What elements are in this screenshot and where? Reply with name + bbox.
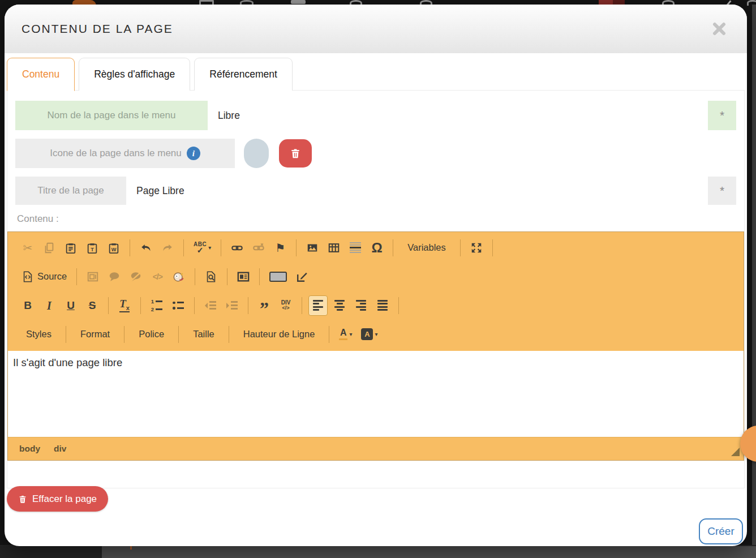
background-bottom-bar <box>0 545 756 558</box>
tab-referencement[interactable]: Référencement <box>194 58 293 91</box>
modal-title: CONTENU DE LA PAGE <box>22 22 173 36</box>
text-color-icon: A <box>339 328 347 341</box>
edit-box-button[interactable] <box>293 267 312 287</box>
bottom-bar-segment <box>0 546 102 558</box>
underline-button[interactable]: U <box>61 295 80 316</box>
monkey-plugin-icon <box>173 271 185 283</box>
table-button[interactable] <box>324 238 343 258</box>
create-button[interactable]: Créer <box>699 518 743 544</box>
toolbar-row: StylesFormatPoliceTailleHauteur de Ligne… <box>8 320 744 349</box>
size-dropdown-label: Taille <box>193 329 214 340</box>
preview-button[interactable] <box>201 267 221 287</box>
cut-button[interactable]: ✂ <box>18 238 37 258</box>
icon-preview-placeholder[interactable] <box>244 139 269 168</box>
bg-color-icon: A <box>361 328 373 340</box>
title-field-label: Titre de la page <box>15 177 126 205</box>
variables-button[interactable]: Variables <box>400 238 454 258</box>
unlink-icon <box>252 242 265 254</box>
strikethrough-button[interactable]: S <box>83 295 102 316</box>
hide-comments-button[interactable] <box>126 267 145 287</box>
italic-icon: I <box>47 300 51 311</box>
paste-word-icon: W <box>108 242 120 254</box>
delete-page-button[interactable]: Effacer la page <box>7 486 108 512</box>
styles-dropdown-button[interactable]: Styles <box>18 324 59 345</box>
remove-format-button[interactable]: Tx <box>115 295 134 316</box>
paste-word-button[interactable]: W <box>104 238 123 258</box>
close-button[interactable] <box>708 18 730 40</box>
ordered-list-button[interactable]: 12 <box>147 295 166 316</box>
toolbar-separator <box>229 326 229 343</box>
title-input[interactable] <box>126 177 708 205</box>
paste-button[interactable] <box>61 238 80 258</box>
blockquote-button[interactable]: ” <box>255 295 274 316</box>
blockquote-icon: ” <box>260 300 269 311</box>
comment-button[interactable] <box>105 267 124 287</box>
remove-format-icon: Tx <box>119 298 130 312</box>
copy-button[interactable] <box>40 238 59 258</box>
div-container-button[interactable]: DIV</> <box>276 295 295 316</box>
toolbar-separator <box>124 326 124 343</box>
tab-regles-affichage[interactable]: Règles d'affichage <box>79 58 190 91</box>
align-justify-button[interactable] <box>373 295 392 316</box>
form-button-icon <box>269 272 287 282</box>
delete-icon-button[interactable] <box>279 139 312 168</box>
bg-color-button[interactable]: A▾ <box>358 324 381 345</box>
editor-statusbar: bodydiv <box>8 437 744 460</box>
align-left-button[interactable] <box>308 295 328 316</box>
field-row-name: Nom de la page dans le menu * <box>15 101 736 130</box>
paste-text-button[interactable]: T <box>83 238 102 258</box>
required-asterisk: * <box>708 177 736 205</box>
bold-icon: B <box>24 300 32 311</box>
align-center-button[interactable] <box>330 295 349 316</box>
spellcheck-button[interactable]: ABC✓▾ <box>190 238 214 258</box>
bullet-list-button[interactable] <box>169 295 188 316</box>
form-button-button[interactable] <box>266 267 290 287</box>
element-path: bodydiv <box>19 444 80 454</box>
outdent-button[interactable] <box>201 295 220 316</box>
monkey-plugin-button[interactable] <box>169 267 188 287</box>
link-button[interactable] <box>227 238 247 258</box>
redo-icon <box>161 242 174 254</box>
format-dropdown-button[interactable]: Format <box>72 324 118 345</box>
resize-handle-icon[interactable] <box>731 448 740 456</box>
align-justify-icon <box>377 300 388 311</box>
font-dropdown-button[interactable]: Police <box>131 324 172 345</box>
align-right-button[interactable] <box>351 295 371 316</box>
background-edge <box>752 5 756 546</box>
line-height-dropdown-button[interactable]: Hauteur de Ligne <box>235 324 323 345</box>
toolbar-separator <box>66 326 66 343</box>
indent-button[interactable] <box>222 295 242 316</box>
font-dropdown-label: Police <box>139 329 164 340</box>
tab-contenu[interactable]: Contenu <box>7 58 75 91</box>
iframe-button[interactable] <box>234 267 253 287</box>
unlink-button[interactable] <box>249 238 268 258</box>
format-dropdown-label: Format <box>80 329 110 340</box>
line-height-dropdown-label: Hauteur de Ligne <box>243 329 315 340</box>
maximize-button[interactable] <box>467 238 486 258</box>
size-dropdown-button[interactable]: Taille <box>185 324 222 345</box>
path-body[interactable]: body <box>19 444 40 454</box>
text-color-button[interactable]: A▾ <box>336 324 355 345</box>
italic-button[interactable]: I <box>40 295 59 316</box>
undo-button[interactable] <box>136 238 156 258</box>
code-snippet-button[interactable]: </> <box>148 267 167 287</box>
info-icon[interactable]: i <box>187 147 200 160</box>
iframe-icon <box>237 271 250 283</box>
image-button[interactable] <box>303 238 322 258</box>
bold-button[interactable]: B <box>18 295 37 316</box>
variables-label: Variables <box>407 242 446 253</box>
trash-icon <box>290 148 301 159</box>
path-div[interactable]: div <box>54 444 66 454</box>
horizontal-rule-button[interactable] <box>346 238 365 258</box>
paste-text-icon: T <box>86 242 98 254</box>
code-snippet-icon: </> <box>153 272 162 281</box>
templates-button[interactable] <box>83 267 102 287</box>
gear-icon <box>747 0 756 6</box>
anchor-button[interactable]: ⚑ <box>270 238 290 258</box>
source-button[interactable]: Source <box>18 267 70 287</box>
source-icon <box>22 271 34 283</box>
editor-content-area[interactable]: Il s'agit d'une page libre <box>8 351 744 437</box>
special-char-button[interactable]: Ω <box>367 238 386 258</box>
redo-button[interactable] <box>158 238 177 258</box>
name-input[interactable] <box>208 101 708 130</box>
